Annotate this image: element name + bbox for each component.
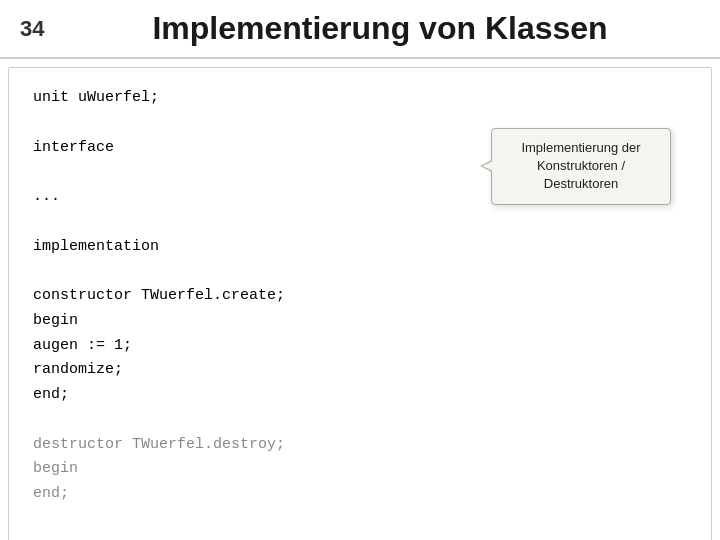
code-line-13: end; — [33, 383, 687, 408]
code-line-15: destructor TWuerfel.destroy; — [33, 433, 687, 458]
content-area: Implementierung der Konstruktoren / Dest… — [8, 67, 712, 540]
code-line-7: implementation — [33, 235, 687, 260]
code-line-11: augen := 1; — [33, 334, 687, 359]
code-line-12: randomize; — [33, 358, 687, 383]
slide-title: Implementierung von Klassen — [60, 10, 700, 47]
code-line-1: unit uWuerfel; — [33, 86, 687, 111]
slide-header: 34 Implementierung von Klassen — [0, 0, 720, 59]
code-line-17: end; — [33, 482, 687, 507]
code-line-18 — [33, 507, 687, 532]
code-line-16: begin — [33, 457, 687, 482]
code-line-9: constructor TWuerfel.create; — [33, 284, 687, 309]
tooltip-box: Implementierung der Konstruktoren / Dest… — [491, 128, 671, 205]
slide: 34 Implementierung von Klassen Implement… — [0, 0, 720, 540]
code-line-14 — [33, 408, 687, 433]
code-line-8 — [33, 259, 687, 284]
code-line-10: begin — [33, 309, 687, 334]
code-line-19: ... — [33, 532, 687, 541]
tooltip-text: Implementierung der Konstruktoren / Dest… — [521, 140, 640, 191]
code-line-6 — [33, 210, 687, 235]
slide-number: 34 — [10, 16, 60, 42]
